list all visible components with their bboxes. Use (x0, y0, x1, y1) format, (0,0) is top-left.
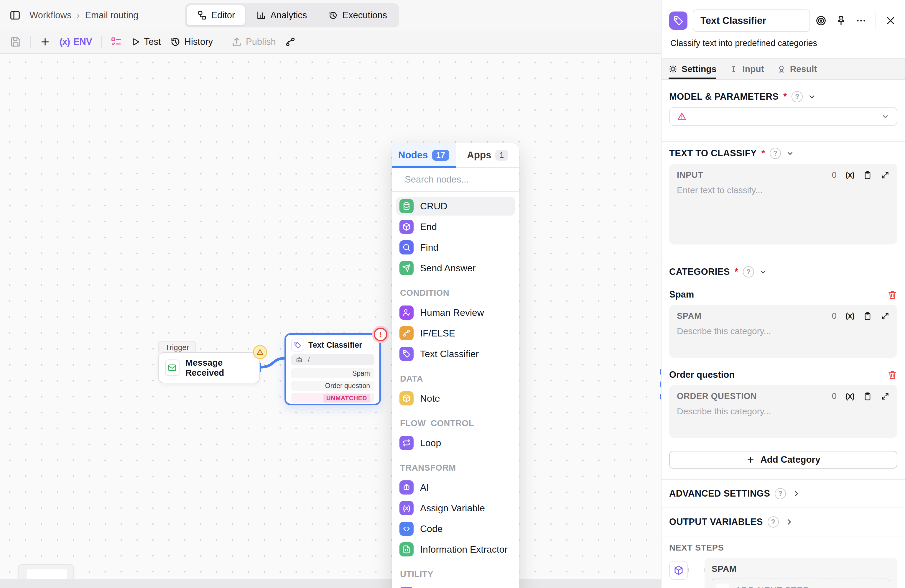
publish-button[interactable]: Publish (231, 36, 276, 48)
model-section-header[interactable]: MODEL & PARAMETERS * ? (669, 91, 897, 102)
node-item-assign-variable[interactable]: (x)Assign Variable (396, 499, 515, 518)
node-title-input[interactable] (700, 15, 802, 26)
tab-analytics-label: Analytics (270, 10, 307, 21)
save-button[interactable] (10, 36, 21, 48)
node-item-send-answer[interactable]: Send Answer (396, 259, 515, 278)
text-to-classify-input[interactable] (677, 185, 890, 215)
tab-apps[interactable]: Apps 1 (456, 143, 520, 167)
node-item-note[interactable]: Note (396, 389, 515, 408)
node-item-code[interactable]: Code (396, 519, 515, 538)
model-select[interactable] (669, 107, 897, 126)
add-category-button[interactable]: Add Category (669, 451, 897, 469)
node-item-label: End (420, 221, 437, 232)
help-icon[interactable]: ? (792, 91, 803, 102)
breadcrumb-workflows[interactable]: Workflows (30, 10, 71, 21)
node-item-information-extractor[interactable]: Information Extractor (396, 540, 515, 559)
env-button[interactable]: (x) ENV (60, 37, 92, 47)
node-item-text-classifier[interactable]: Text Classifier (396, 345, 515, 363)
brain-icon (399, 480, 414, 494)
output-handle-order-question[interactable] (660, 381, 661, 388)
history-button[interactable]: History (170, 36, 213, 48)
more-options-button[interactable] (856, 15, 867, 26)
text-classifier-node[interactable]: Text Classifier / Spam Order question UN… (284, 333, 381, 405)
copy-button[interactable] (863, 312, 872, 321)
insert-variable-button[interactable]: (x) (845, 392, 854, 401)
tab-executions[interactable]: Executions (318, 5, 397, 25)
advanced-settings-toggle[interactable]: ADVANCED SETTINGS ? (669, 480, 897, 507)
node-item-ai[interactable]: AI (396, 478, 515, 497)
test-button[interactable]: Test (130, 37, 161, 47)
advanced-settings-section: ADVANCED SETTINGS ? (662, 480, 905, 507)
expand-button[interactable] (881, 171, 890, 180)
output-variables-toggle[interactable]: OUTPUT VARIABLES ? (669, 508, 897, 536)
node-item-label: CRUD (420, 201, 447, 212)
unmatched-badge: UNMATCHED (323, 394, 370, 402)
versions-button[interactable] (285, 36, 296, 48)
node-item-find[interactable]: Find (396, 238, 515, 257)
add-node-button[interactable] (40, 36, 51, 48)
help-icon[interactable]: ? (768, 516, 779, 528)
copy-button[interactable] (863, 392, 872, 401)
tab-editor[interactable]: Editor (187, 5, 245, 25)
expand-button[interactable] (881, 312, 890, 321)
cube-icon (669, 561, 688, 580)
add-next-step-button[interactable]: + ADD NEXT STEP (711, 578, 890, 588)
delete-category-button[interactable] (887, 289, 897, 300)
node-title-field[interactable] (693, 10, 810, 32)
classifier-node-title: Text Classifier (308, 341, 362, 350)
output-handle-spam[interactable] (660, 369, 661, 375)
text-section-header[interactable]: TEXT TO CLASSIFY * ? (669, 148, 897, 159)
variable-icon: (x) (399, 501, 414, 515)
node-item-end[interactable]: End (396, 217, 515, 236)
error-badge[interactable]: ! (374, 327, 387, 341)
output-row-order-question[interactable]: Order question (291, 381, 374, 391)
node-item-if-else[interactable]: IF/ELSE (396, 324, 515, 343)
tab-input[interactable]: Input (729, 59, 764, 79)
tab-settings[interactable]: Settings (668, 59, 716, 79)
chevron-down-icon[interactable] (759, 267, 768, 276)
canvas-toolbar: (x) ENV Test History Publish (0, 31, 661, 54)
node-item-date-time[interactable]: Date Time (396, 585, 515, 588)
tab-result[interactable]: Result (777, 59, 817, 79)
node-item-label: Text Classifier (420, 348, 479, 359)
output-handle-unmatched[interactable] (660, 393, 661, 400)
chevron-down-icon[interactable] (807, 92, 816, 101)
help-icon[interactable]: ? (775, 488, 786, 499)
copy-button[interactable] (863, 171, 872, 180)
required-asterisk: * (761, 148, 765, 159)
chevron-right-icon (785, 518, 794, 526)
sidebar-toggle-button[interactable] (8, 8, 22, 22)
edge-connector[interactable] (260, 358, 285, 367)
classifier-node-input[interactable]: / (291, 354, 374, 366)
input-field-box: INPUT 0 (x) (669, 164, 897, 245)
categories-section-header[interactable]: CATEGORIES * ? (669, 266, 897, 278)
search-input[interactable] (405, 174, 519, 185)
help-icon[interactable]: ? (770, 148, 781, 159)
tab-nodes[interactable]: Nodes 17 (392, 143, 456, 167)
close-panel-button[interactable] (885, 15, 896, 26)
tab-analytics[interactable]: Analytics (246, 5, 317, 25)
insert-variable-button[interactable]: (x) (845, 170, 854, 180)
field-tools: 0 (x) (832, 170, 890, 180)
node-item-loop[interactable]: Loop (396, 434, 515, 452)
order-question-field-header: ORDER QUESTION 0 (x) (677, 391, 890, 401)
pin-panel-button[interactable] (835, 15, 847, 26)
node-item-human-review[interactable]: Human Review (396, 303, 515, 322)
ellipsis-icon (856, 15, 867, 26)
output-row-spam[interactable]: Spam (291, 368, 374, 378)
insert-variable-button[interactable]: (x) (845, 311, 854, 321)
expand-button[interactable] (881, 392, 890, 401)
chevron-down-icon[interactable] (786, 149, 794, 158)
node-item-label: Code (420, 523, 443, 534)
delete-category-button[interactable] (887, 370, 897, 380)
order-question-description-input[interactable] (677, 406, 890, 426)
help-icon[interactable]: ? (743, 266, 754, 278)
checklist-button[interactable] (111, 36, 122, 48)
spam-description-input[interactable] (677, 326, 890, 346)
trigger-node[interactable]: Message Received (158, 352, 260, 383)
workflow-canvas[interactable]: Trigger Message Received Text Classifier… (0, 54, 661, 588)
output-row-unmatched[interactable]: UNMATCHED (291, 393, 374, 403)
node-item-crud[interactable]: CRUD (396, 197, 515, 216)
warning-badge[interactable] (253, 345, 267, 359)
focus-node-button[interactable] (815, 15, 827, 26)
